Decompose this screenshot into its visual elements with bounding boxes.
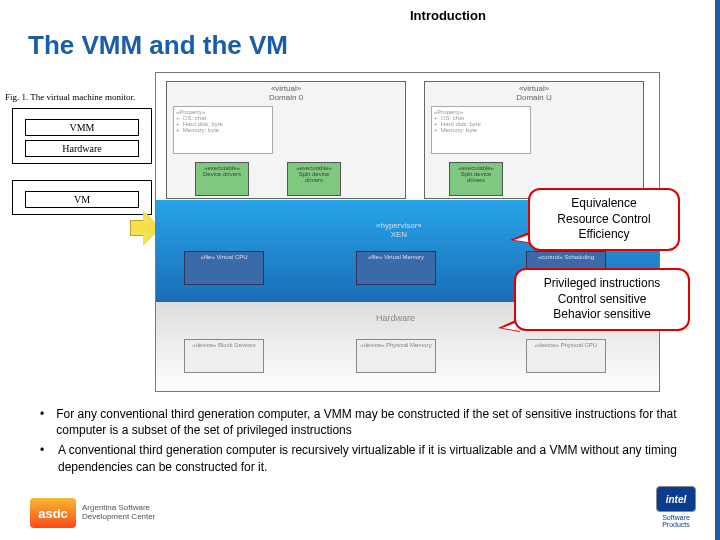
- domainu-props: «Property» + OS: char + Hard disk: byte …: [431, 106, 531, 154]
- hw-label: Hardware: [376, 313, 415, 323]
- side-accent: [715, 0, 720, 540]
- xen-label: «hypervisor» XEN: [376, 221, 422, 239]
- callout-equivalence: Equivalence Resource Control Efficiency: [528, 188, 680, 251]
- page-title: The VMM and the VM: [28, 30, 288, 61]
- bullet-list: •For any conventional third generation c…: [40, 406, 680, 479]
- callout2-l1: Privileged instructions: [526, 276, 678, 292]
- asdc-logo: asdc Argentina Software Development Cent…: [30, 498, 155, 528]
- intel-sub: Software Products: [656, 514, 696, 528]
- dom0-driver2: «executable» Split device drivers: [287, 162, 341, 196]
- bullet-1: For any conventional third generation co…: [56, 406, 680, 438]
- domain0-props: «Property» + OS: char + Hard disk: byte …: [173, 106, 273, 154]
- xen-vmem: «file» Virtual Memory: [356, 251, 436, 285]
- fig1-caption: Fig. 1. The virtual machine monitor.: [5, 92, 135, 102]
- intel-logo: intel Software Products: [656, 486, 696, 528]
- callout2-l3: Behavior sensitive: [526, 307, 678, 323]
- callout2-l2: Control sensitive: [526, 292, 678, 308]
- domainu-title: «virtual» Domain U: [427, 84, 641, 102]
- domain0-box: «virtual» Domain 0 «Property» + OS: char…: [166, 81, 406, 199]
- callout1-l3: Efficiency: [540, 227, 668, 243]
- bullet-dot: •: [40, 406, 56, 438]
- hw-mem: «device» Physical Memory: [356, 339, 436, 373]
- fig1-vmm: VMM: [25, 119, 139, 136]
- callout1-l1: Equivalence: [540, 196, 668, 212]
- asdc-text: Argentina Software Development Center: [82, 504, 155, 522]
- bullet-2: A conventional third generation computer…: [58, 442, 680, 474]
- fig1-vm: VM: [25, 191, 139, 208]
- fig1-hardware: Hardware: [25, 140, 139, 157]
- hw-block: «device» Block Devices: [184, 339, 264, 373]
- callout1-l2: Resource Control: [540, 212, 668, 228]
- bullet-dot: •: [40, 442, 58, 474]
- section-label: Introduction: [410, 8, 486, 23]
- callout-instructions: Privileged instructions Control sensitiv…: [514, 268, 690, 331]
- domu-driver: «executable» Split device drivers: [449, 162, 503, 196]
- asdc-mark: asdc: [30, 498, 76, 528]
- domain0-title: «virtual» Domain 0: [169, 84, 403, 102]
- intel-chip: intel: [656, 486, 696, 512]
- xen-vcpu: «file» Virtual CPU: [184, 251, 264, 285]
- domainu-box: «virtual» Domain U «Property» + OS: char…: [424, 81, 644, 199]
- dom0-driver1: «executable» Device drivers: [195, 162, 249, 196]
- hw-cpu: «device» Physical CPU: [526, 339, 606, 373]
- fig1-diagram: VMM Hardware VM: [12, 108, 152, 215]
